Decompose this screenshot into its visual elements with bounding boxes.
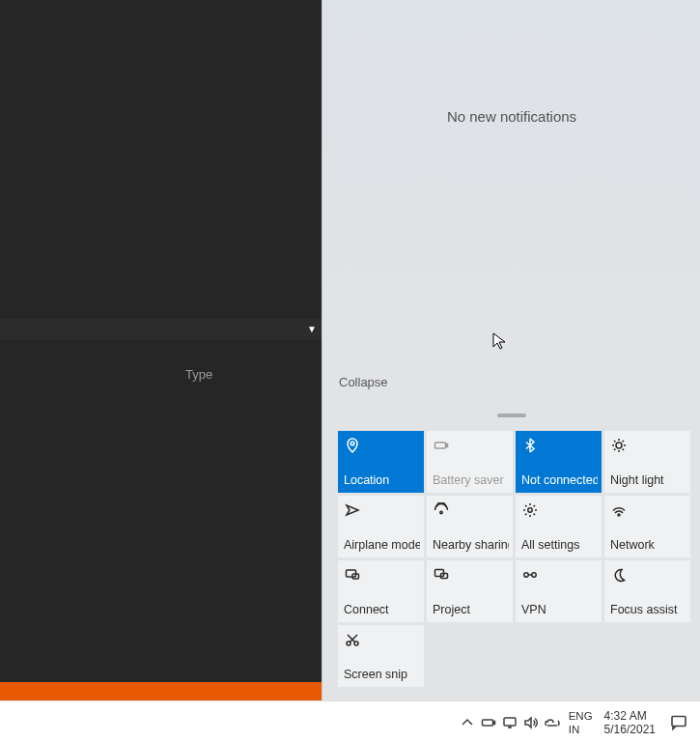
column-header-type: Type <box>185 367 212 382</box>
tile-label: Connect <box>344 603 420 616</box>
tile-network[interactable]: Network <box>604 496 690 557</box>
svg-rect-15 <box>482 720 492 726</box>
language-bottom: IN <box>569 723 593 736</box>
battery-icon[interactable] <box>478 701 499 742</box>
battery-icon <box>433 437 450 454</box>
tile-label: Night light <box>610 473 686 487</box>
splitter-caret-icon[interactable]: ▼ <box>307 324 317 333</box>
tile-night-light[interactable]: Night light <box>604 431 690 493</box>
tile-label: Not connected <box>521 473 598 487</box>
tile-label: Screen snip <box>344 668 420 681</box>
tile-label: Nearby sharing <box>433 538 509 552</box>
vpn-icon <box>521 566 539 584</box>
tile-location[interactable]: Location <box>338 431 424 493</box>
svg-point-14 <box>354 642 358 645</box>
language-indicator[interactable]: ENG IN <box>563 709 599 736</box>
background-app-panel: ▼ Type <box>0 0 349 742</box>
wifi-icon <box>610 501 628 519</box>
svg-point-11 <box>524 573 528 577</box>
system-tray: ENG IN 4:32 AM 5/16/2021 <box>457 701 696 742</box>
tile-vpn[interactable]: VPN <box>516 560 602 622</box>
connect-icon <box>344 566 361 584</box>
svg-point-0 <box>350 442 354 445</box>
tile-label: Location <box>344 473 420 487</box>
svg-rect-18 <box>672 716 686 726</box>
no-notifications-text: No new notifications <box>322 108 700 125</box>
action-center-panel: No new notifications Collapse LocationBa… <box>322 0 700 700</box>
tile-label: Network <box>610 538 686 552</box>
tile-nearby-sharing[interactable]: Nearby sharing <box>427 496 513 557</box>
svg-rect-16 <box>493 721 495 724</box>
clock-time: 4:32 AM <box>604 709 656 723</box>
snip-icon <box>344 631 361 648</box>
tile-label: VPN <box>521 603 598 616</box>
tile-label: Battery saver <box>433 473 509 487</box>
gear-icon <box>521 501 539 519</box>
status-bar <box>0 682 322 700</box>
tile-not-connected[interactable]: Not connected <box>516 431 602 493</box>
svg-rect-2 <box>446 444 448 447</box>
tile-label: Airplane mode <box>344 538 420 552</box>
moon-icon <box>610 566 628 584</box>
tile-battery-saver: Battery saver <box>427 431 513 493</box>
quick-action-tiles: LocationBattery saverNot connectedNight … <box>338 431 690 687</box>
svg-point-3 <box>616 442 622 448</box>
svg-rect-1 <box>435 442 446 448</box>
resize-grip[interactable] <box>497 414 526 417</box>
action-center-icon[interactable] <box>661 701 696 742</box>
airplane-icon <box>344 501 361 519</box>
tile-focus-assist[interactable]: Focus assist <box>604 560 690 622</box>
tile-screen-snip[interactable]: Screen snip <box>338 625 424 687</box>
svg-point-6 <box>618 514 620 516</box>
svg-point-12 <box>532 573 536 577</box>
location-icon <box>344 437 361 454</box>
notifications-area: No new notifications Collapse <box>322 0 700 401</box>
volume-icon[interactable] <box>520 701 542 742</box>
sun-icon <box>610 437 628 454</box>
panel-splitter[interactable] <box>0 319 322 340</box>
clock[interactable]: 4:32 AM 5/16/2021 <box>599 709 661 736</box>
background-app-upper <box>0 0 349 319</box>
taskbar: ENG IN 4:32 AM 5/16/2021 <box>0 700 700 742</box>
svg-point-5 <box>528 508 532 512</box>
project-icon <box>433 566 450 584</box>
share-icon <box>433 501 450 519</box>
network-icon[interactable] <box>499 701 520 742</box>
tile-label: All settings <box>521 538 598 552</box>
tile-label: Project <box>433 603 509 616</box>
language-top: ENG <box>569 709 593 723</box>
tile-all-settings[interactable]: All settings <box>516 496 602 557</box>
tile-connect[interactable]: Connect <box>338 560 424 622</box>
bluetooth-icon <box>521 437 539 454</box>
svg-point-13 <box>347 642 350 645</box>
onedrive-icon[interactable] <box>542 701 563 742</box>
svg-rect-17 <box>504 718 516 726</box>
tile-airplane-mode[interactable]: Airplane mode <box>338 496 424 557</box>
svg-point-4 <box>440 511 442 513</box>
collapse-button[interactable]: Collapse <box>339 375 388 389</box>
tile-project[interactable]: Project <box>427 560 513 622</box>
tile-label: Focus assist <box>610 603 686 616</box>
clock-date: 5/16/2021 <box>604 723 656 736</box>
tray-overflow-icon[interactable] <box>457 701 478 742</box>
